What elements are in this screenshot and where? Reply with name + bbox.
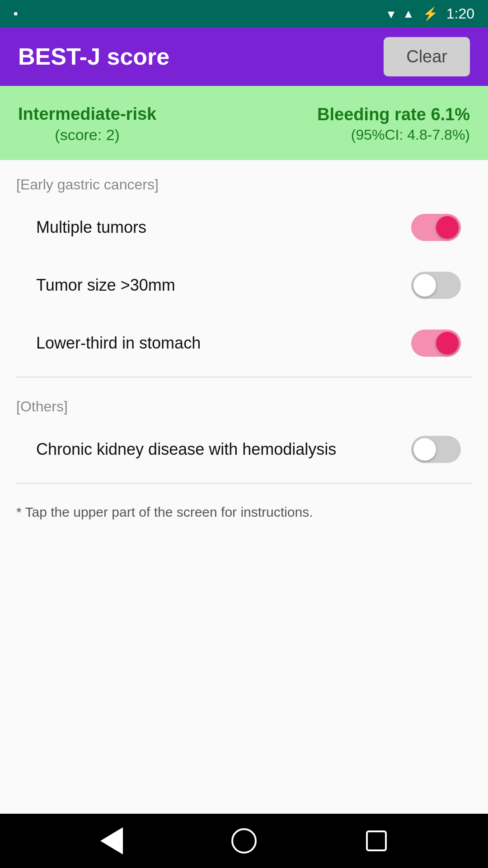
divider-2 bbox=[16, 483, 472, 484]
clear-button[interactable]: Clear bbox=[384, 37, 470, 76]
toggle-row-chronic-kidney: Chronic kidney disease with hemodialysis bbox=[0, 420, 488, 478]
sim-icon: ▪ bbox=[14, 6, 18, 20]
result-risk-section: Intermediate-risk (score: 2) bbox=[18, 102, 156, 144]
status-time: 1:20 bbox=[446, 5, 474, 22]
back-button[interactable] bbox=[96, 825, 127, 857]
tumor-size-toggle[interactable] bbox=[411, 272, 461, 299]
recent-icon bbox=[366, 830, 387, 851]
lower-third-toggle[interactable] bbox=[411, 330, 461, 357]
tumor-size-thumb bbox=[413, 274, 436, 297]
chronic-kidney-label: Chronic kidney disease with hemodialysis bbox=[36, 438, 411, 461]
toggle-row-multiple-tumors: Multiple tumors bbox=[0, 198, 488, 256]
home-icon bbox=[231, 828, 257, 854]
multiple-tumors-toggle[interactable] bbox=[411, 214, 461, 241]
bleeding-rate: Bleeding rate 6.1% bbox=[317, 103, 470, 127]
score-label: (score: 2) bbox=[18, 126, 156, 144]
back-icon bbox=[100, 827, 123, 854]
nav-bar bbox=[0, 814, 488, 868]
risk-level: Intermediate-risk bbox=[18, 102, 156, 126]
toggle-row-tumor-size: Tumor size >30mm bbox=[0, 256, 488, 314]
app-title: BEST-J score bbox=[18, 43, 169, 70]
multiple-tumors-label: Multiple tumors bbox=[36, 216, 411, 239]
signal-icon: ▲ bbox=[403, 7, 414, 21]
battery-icon: ⚡ bbox=[422, 6, 438, 21]
result-banner: Intermediate-risk (score: 2) Bleeding ra… bbox=[0, 86, 488, 160]
lower-third-thumb bbox=[436, 332, 459, 354]
footer-note: * Tap the upper part of the screen for i… bbox=[0, 488, 488, 536]
divider-1 bbox=[16, 377, 472, 377]
app-header: BEST-J score Clear bbox=[0, 27, 488, 86]
confidence-interval: (95%CI: 4.8-7.8%) bbox=[317, 127, 470, 143]
status-bar: ▪ ▾ ▲ ⚡ 1:20 bbox=[0, 0, 488, 27]
tumor-size-label: Tumor size >30mm bbox=[36, 274, 411, 297]
home-button[interactable] bbox=[228, 825, 260, 857]
wifi-icon: ▾ bbox=[388, 6, 394, 22]
chronic-kidney-toggle[interactable] bbox=[411, 436, 461, 463]
recent-button[interactable] bbox=[361, 825, 392, 857]
toggle-row-lower-third: Lower-third in stomach bbox=[0, 314, 488, 372]
content-area: [Early gastric cancers] Multiple tumors … bbox=[0, 160, 488, 814]
result-bleeding-section: Bleeding rate 6.1% (95%CI: 4.8-7.8%) bbox=[317, 103, 470, 143]
section-label-early-gastric: [Early gastric cancers] bbox=[0, 160, 488, 198]
chronic-kidney-thumb bbox=[413, 438, 436, 461]
status-left-icons: ▪ bbox=[14, 6, 18, 21]
lower-third-label: Lower-third in stomach bbox=[36, 332, 411, 354]
section-label-others: [Others] bbox=[0, 382, 488, 420]
multiple-tumors-thumb bbox=[436, 216, 459, 239]
